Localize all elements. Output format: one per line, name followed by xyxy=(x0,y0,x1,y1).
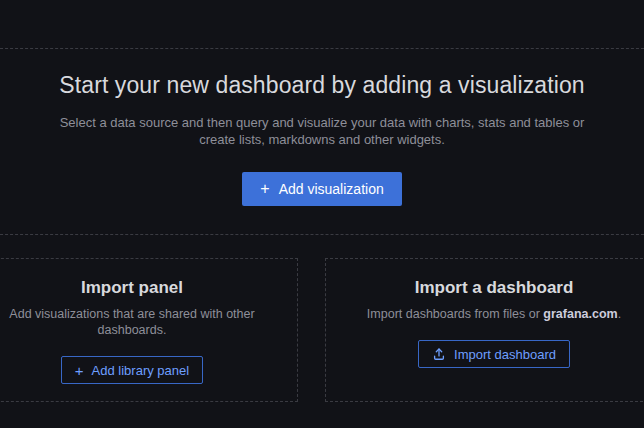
add-visualization-button[interactable]: + Add visualization xyxy=(242,172,401,206)
import-dashboard-button[interactable]: Import dashboard xyxy=(418,340,570,368)
import-dashboard-card: Import a dashboard Import dashboards fro… xyxy=(325,258,644,402)
import-dashboard-subtitle: Import dashboards from files or grafana.… xyxy=(367,306,621,322)
page-subtitle: Select a data source and then query and … xyxy=(50,114,595,148)
import-dashboard-button-label: Import dashboard xyxy=(454,347,556,362)
add-visualization-cta-panel: Start your new dashboard by adding a vis… xyxy=(0,48,644,235)
add-library-panel-button[interactable]: + Add library panel xyxy=(61,356,203,384)
import-panel-subtitle: Add visualizations that are shared with … xyxy=(6,306,258,338)
import-panel-card: Import panel Add visualizations that are… xyxy=(0,258,298,402)
import-panel-title: Import panel xyxy=(81,278,183,298)
new-dashboard-page: Start your new dashboard by adding a vis… xyxy=(0,0,644,428)
plus-icon: + xyxy=(260,181,269,197)
page-title: Start your new dashboard by adding a vis… xyxy=(59,72,584,99)
import-dashboard-subtitle-prefix: Import dashboards from files or xyxy=(367,307,543,321)
add-visualization-button-label: Add visualization xyxy=(279,181,384,197)
grafana-com-link[interactable]: grafana.com xyxy=(543,307,617,321)
add-library-panel-button-label: Add library panel xyxy=(92,363,190,378)
upload-icon xyxy=(432,347,446,361)
import-dashboard-subtitle-suffix: . xyxy=(618,307,621,321)
plus-icon: + xyxy=(75,363,84,378)
import-dashboard-title: Import a dashboard xyxy=(415,278,574,298)
